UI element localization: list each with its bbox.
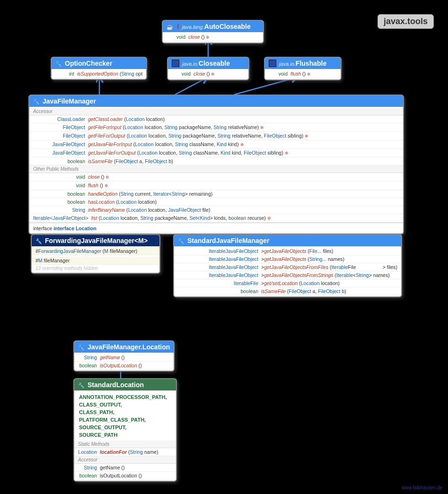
- enum-value: SOURCE_PATH: [74, 431, 176, 439]
- excl-icon: !: [177, 23, 179, 30]
- footer-link[interactable]: www.falkhausen.de: [402, 485, 442, 490]
- box-forwarding: ForwardingJavaFileManager<M> #Forwarding…: [31, 234, 160, 274]
- method-row: voidclose () ✲: [29, 173, 403, 182]
- method-row: Iterable<JavaFileObject>list (Location l…: [29, 214, 403, 223]
- method-row: booleanhasLocation (Location location): [29, 198, 403, 206]
- method-row: IterableJavaFileObject>getJavaFileObject…: [174, 263, 401, 271]
- disk-icon: [172, 60, 179, 67]
- enum-value: SOURCE_OUTPUT,: [74, 424, 176, 431]
- wrench-icon: [78, 381, 85, 389]
- package-label: javax.tools: [378, 14, 434, 29]
- method-row: IterableJavaFileObject>getJavaFileObject…: [174, 271, 401, 279]
- method-row: JavaFileObjectgetJavaFileForInput (Locat…: [29, 140, 403, 149]
- enum-value: PLATFORM_CLASS_PATH,: [74, 416, 176, 424]
- box-javafilemanager: JavaFileManager Accessor ClassLoadergetC…: [28, 95, 404, 234]
- wrench-icon: [178, 237, 184, 244]
- wrench-icon: [78, 343, 85, 351]
- method-row: booleanhandleOption (String current, Ite…: [29, 190, 403, 198]
- method-row: IterableFile>get/setLocation (Location l…: [174, 279, 401, 287]
- method-row: booleanisSameFile (FileObject a, FileObj…: [174, 287, 401, 295]
- box-location: JavaFileManager.Location StringgetName (…: [73, 340, 175, 372]
- wrench-icon: [55, 60, 62, 67]
- method-row: FileObjectgetFileForOutput (Location loc…: [29, 132, 403, 140]
- enum-value: CLASS_PATH,: [74, 408, 176, 416]
- box-flushable: java.io.Flushable voidflush () ✲: [264, 57, 342, 80]
- box-standardjfm: StandardJavaFileManager IterableJavaFile…: [173, 234, 402, 297]
- method-row: FileObjectgetFileForInput (Location loca…: [29, 123, 403, 132]
- cup-icon: [167, 23, 173, 30]
- method-row: ClassLoadergetClassLoader (Location loca…: [29, 115, 403, 123]
- box-autocloseable: !java.lang.AutoCloseable voidclose () ✲: [162, 20, 264, 43]
- method-row: JavaFileObjectgetJavaFileForOutput (Loca…: [29, 149, 403, 157]
- enum-value: CLASS_OUTPUT,: [74, 401, 176, 408]
- wrench-icon: [33, 97, 40, 105]
- methods: voidclose () ✲: [163, 32, 263, 43]
- method-row: voidflush () ✲: [29, 182, 403, 190]
- method-row: IterableJavaFileObject>getJavaFileObject…: [174, 255, 401, 263]
- method-row: booleanisSameFile (FileObject a, FileObj…: [29, 157, 403, 165]
- method-row: IterableJavaFileObject>getJavaFileObject…: [174, 247, 401, 255]
- method-row: StringinferBinaryName (Location location…: [29, 206, 403, 214]
- enum-value: ANNOTATION_PROCESSOR_PATH,: [74, 393, 176, 401]
- box-standardlocation: StandardLocation ANNOTATION_PROCESSOR_PA…: [73, 378, 177, 482]
- wrench-icon: [35, 237, 42, 244]
- box-optionchecker: OptionChecker intisSupportedOption (Stri…: [51, 57, 147, 80]
- disk-icon: [269, 60, 276, 67]
- box-closeable: java.io.Closeable voidclose () ✲: [167, 57, 249, 80]
